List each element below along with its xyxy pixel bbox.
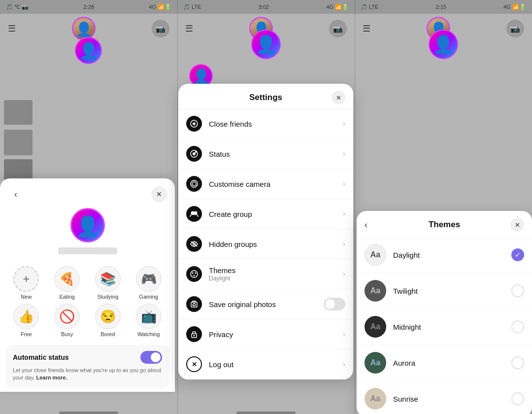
logout-content: Log out [209, 360, 343, 369]
status-grid: + New 🍕 Eating 📚 Studying 🎮 Gaming 👍 Fre… [0, 262, 175, 341]
status-label-new: New [21, 294, 32, 300]
close-friends-label: Close friends [209, 120, 343, 128]
camera-chevron: › [343, 179, 345, 188]
status-emoji-watching[interactable]: 📺 [136, 304, 162, 329]
hidden-groups-label: Hidden groups [209, 240, 343, 248]
hamburger-icon-1[interactable]: ☰ [8, 23, 16, 34]
status-item-free[interactable]: 👍 Free [8, 304, 45, 337]
settings-item-themes[interactable]: Themes Daylight › [178, 259, 353, 289]
status-emoji-busy[interactable]: 🚫 [54, 304, 80, 329]
themes-back-btn[interactable]: ‹ [365, 220, 367, 230]
theme-unselected-twilight [511, 284, 524, 297]
settings-item-save-photos[interactable]: Save original photos [178, 289, 353, 319]
camera-icon-btn-3[interactable]: 📷 [506, 20, 524, 37]
themes-content: Themes Daylight [209, 266, 343, 282]
profile-section [0, 208, 175, 262]
status-emoji-bored[interactable]: 😒 [95, 304, 121, 329]
learn-more-link[interactable]: Learn more. [36, 375, 67, 380]
settings-item-close-friends[interactable]: Close friends › [178, 109, 353, 139]
settings-item-status[interactable]: Status › [178, 139, 353, 169]
status-emoji-free[interactable]: 👍 [13, 304, 39, 329]
status-label-studying: Studying [97, 294, 118, 300]
save-photos-content: Save original photos [209, 300, 324, 309]
auto-status-toggle[interactable] [140, 351, 162, 364]
theme-unselected-aurora [511, 356, 524, 369]
camera-label: Customise camera [209, 180, 343, 188]
status-label-gaming: Gaming [139, 294, 158, 300]
settings-item-create-group[interactable]: Create group › [178, 199, 353, 229]
status-item-studying[interactable]: 📚 Studying [90, 266, 127, 300]
themes-panel: ‹ Themes ✕ Aa Daylight ✓ Aa Twilight Aa … [357, 211, 532, 414]
auto-status-header: Automatic status [13, 351, 162, 364]
settings-title: Settings [249, 93, 282, 103]
hamburger-icon-2[interactable]: ☰ [185, 23, 193, 34]
settings-item-hidden-groups[interactable]: Hidden groups › [178, 229, 353, 259]
status-bar-1: 🎵 ℃ 📷 2:28 4G 📶🔋 [0, 0, 177, 14]
status-panel-back[interactable]: ‹ [8, 186, 24, 202]
svg-point-13 [194, 275, 195, 276]
save-photos-toggle[interactable] [324, 298, 345, 310]
save-photos-icon [186, 296, 202, 312]
svg-point-2 [193, 152, 196, 155]
close-friends-icon [186, 116, 202, 132]
themes-close-btn[interactable]: ✕ [510, 218, 524, 232]
screen-divider-2 [355, 0, 355, 414]
status-emoji-studying[interactable]: 📚 [95, 266, 121, 292]
status-label-bored: Bored [100, 331, 115, 337]
header-avatar-2[interactable]: 👤 [251, 30, 281, 59]
status-item-eating[interactable]: 🍕 Eating [49, 266, 86, 300]
status-label: Status [209, 150, 343, 158]
screen-divider-1 [177, 0, 178, 414]
profile-large-avatar[interactable] [70, 208, 105, 242]
status-item-bored[interactable]: 😒 Bored [90, 304, 127, 337]
status-emoji-eating[interactable]: 🍕 [54, 266, 80, 292]
hidden-groups-chevron: › [343, 240, 345, 248]
status-settings-icon [186, 146, 202, 162]
status-emoji-gaming[interactable]: 🎮 [136, 266, 162, 292]
theme-avatar-aurora: Aa [365, 352, 386, 374]
logout-label: Log out [209, 360, 343, 369]
theme-item-twilight[interactable]: Aa Twilight [357, 273, 532, 309]
svg-point-17 [194, 335, 195, 337]
camera-content: Customise camera [209, 180, 343, 188]
status-label-busy: Busy [61, 331, 73, 337]
privacy-content: Privacy [209, 330, 343, 339]
logout-icon: ✕ [186, 356, 202, 372]
status-item-gaming[interactable]: 🎮 Gaming [130, 266, 167, 300]
settings-item-logout[interactable]: ✕ Log out › [178, 349, 353, 380]
header-avatar-3[interactable]: 👤 [429, 30, 458, 59]
status-item-watching[interactable]: 📺 Watching [130, 304, 167, 337]
new-status-btn[interactable]: + [13, 266, 39, 292]
theme-unselected-sunrise [511, 392, 524, 405]
hamburger-icon-3[interactable]: ☰ [363, 23, 370, 34]
avatar-1[interactable] [72, 17, 96, 40]
theme-unselected-midnight [511, 320, 524, 333]
status-chevron: › [343, 149, 345, 158]
theme-selected-daylight: ✓ [511, 248, 524, 261]
svg-point-10 [191, 271, 198, 277]
status-item-busy[interactable]: 🚫 Busy [49, 304, 86, 337]
header-avatar-1[interactable]: 👤 [75, 37, 102, 64]
svg-point-5 [191, 180, 198, 187]
settings-close-btn[interactable]: ✕ [332, 91, 345, 104]
camera-icon-btn-2[interactable]: 📷 [329, 20, 347, 37]
camera-icon-btn-1[interactable]: 📷 [152, 20, 169, 37]
status-panel-close[interactable]: ✕ [151, 186, 167, 202]
theme-item-aurora[interactable]: Aa Aurora [357, 345, 532, 381]
settings-item-privacy[interactable]: Privacy › [178, 319, 353, 349]
theme-item-sunrise[interactable]: Aa Sunrise [357, 381, 532, 414]
status-label-watching: Watching [137, 331, 160, 337]
settings-item-camera[interactable]: Customise camera › [178, 169, 353, 199]
theme-item-daylight[interactable]: Aa Daylight ✓ [357, 237, 532, 273]
status-label-eating: Eating [60, 294, 75, 300]
themes-sub: Daylight [209, 275, 343, 282]
theme-name-daylight: Daylight [393, 251, 511, 259]
theme-item-midnight[interactable]: Aa Midnight [357, 309, 532, 345]
status-bar-3: 🎵 LTE 2:15 4G 📶🔋 [355, 0, 532, 14]
status-item-new[interactable]: + New [8, 266, 45, 300]
svg-point-15 [193, 304, 196, 306]
status-icons-right-1: 4G 📶🔋 [149, 4, 171, 10]
svg-point-11 [192, 273, 194, 274]
svg-point-4 [192, 182, 196, 186]
status-time-1: 2:28 [83, 4, 94, 10]
